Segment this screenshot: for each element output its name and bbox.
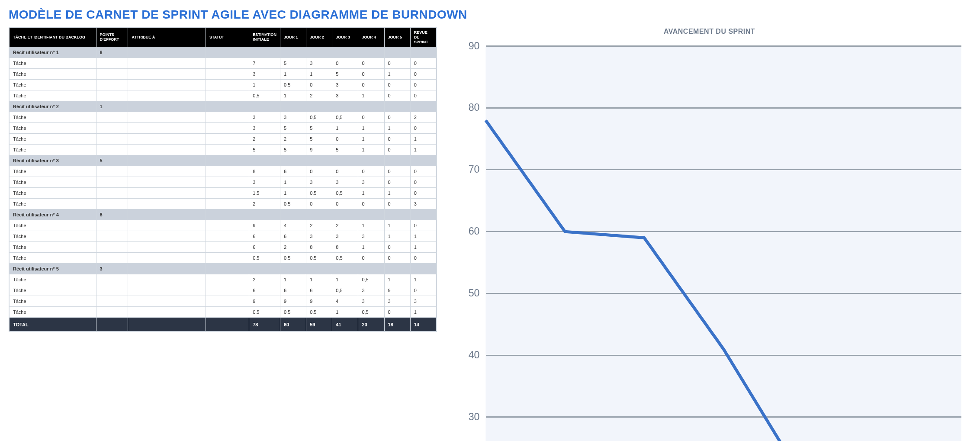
task-status [206, 145, 249, 155]
task-status [206, 69, 249, 80]
story-row: Récit utilisateur n° 18 [10, 47, 437, 58]
task-row: Tâche1,510,50,5110 [10, 188, 437, 199]
task-day4: 1 [358, 145, 384, 155]
task-row: Tâche10,503000 [10, 80, 437, 90]
task-day1: 5 [280, 58, 306, 69]
story-name: Récit utilisateur n° 1 [10, 47, 96, 58]
task-day5: 1 [384, 188, 410, 199]
task-review: 0 [410, 285, 436, 296]
task-row: Tâche7530000 [10, 58, 437, 69]
task-label: Tâche [10, 177, 96, 188]
task-row: Tâche21110,511 [10, 274, 437, 285]
svg-text:40: 40 [469, 349, 480, 361]
task-effort [96, 145, 128, 155]
task-day2: 8 [306, 242, 332, 253]
totals-day1: 60 [280, 318, 306, 332]
task-row: Tâche3115010 [10, 69, 437, 80]
task-assigned [128, 69, 206, 80]
task-day4: 0,5 [358, 307, 384, 318]
task-day4: 0 [358, 166, 384, 177]
task-estimate: 7 [249, 58, 280, 69]
task-label: Tâche [10, 242, 96, 253]
task-day4: 0 [358, 58, 384, 69]
task-day5: 1 [384, 274, 410, 285]
task-review: 0 [410, 90, 436, 101]
task-row: Tâche3551110 [10, 123, 437, 134]
task-day1: 6 [280, 231, 306, 242]
task-row: Tâche8600000 [10, 166, 437, 177]
task-effort [96, 274, 128, 285]
story-name: Récit utilisateur n° 2 [10, 101, 96, 112]
task-day1: 1 [280, 274, 306, 285]
task-day3: 1 [332, 307, 358, 318]
task-review: 0 [410, 58, 436, 69]
story-effort: 3 [96, 264, 128, 274]
task-day3: 5 [332, 69, 358, 80]
task-day1: 2 [280, 134, 306, 145]
task-estimate: 6 [249, 285, 280, 296]
svg-text:80: 80 [469, 102, 480, 113]
task-effort [96, 80, 128, 90]
task-label: Tâche [10, 188, 96, 199]
task-day4: 0 [358, 112, 384, 123]
task-estimate: 6 [249, 242, 280, 253]
task-estimate: 0,5 [249, 90, 280, 101]
task-day3: 0,5 [332, 253, 358, 264]
task-day5: 1 [384, 231, 410, 242]
task-day4: 3 [358, 231, 384, 242]
table-header-row: TÂCHE ET IDENTIFIANT DU BACKLOG POINTS D… [10, 28, 437, 47]
task-row: Tâche0,50,50,50,5000 [10, 253, 437, 264]
task-day3: 2 [332, 220, 358, 231]
task-day1: 9 [280, 296, 306, 307]
task-assigned [128, 307, 206, 318]
story-effort: 8 [96, 209, 128, 220]
task-day5: 0 [384, 134, 410, 145]
task-assigned [128, 145, 206, 155]
task-status [206, 123, 249, 134]
task-row: Tâche0,50,50,510,501 [10, 307, 437, 318]
story-row: Récit utilisateur n° 35 [10, 155, 437, 166]
task-day4: 3 [358, 177, 384, 188]
task-day2: 0,5 [306, 307, 332, 318]
task-label: Tâche [10, 231, 96, 242]
task-estimate: 3 [249, 123, 280, 134]
task-day2: 1 [306, 274, 332, 285]
col-day4: JOUR 4 [358, 28, 384, 47]
task-effort [96, 188, 128, 199]
task-day2: 0 [306, 80, 332, 90]
col-day2: JOUR 2 [306, 28, 332, 47]
task-status [206, 90, 249, 101]
page-title: MODÈLE DE CARNET DE SPRINT AGILE AVEC DI… [9, 8, 971, 22]
task-day2: 6 [306, 285, 332, 296]
task-effort [96, 199, 128, 209]
task-day3: 0 [332, 134, 358, 145]
task-assigned [128, 80, 206, 90]
story-name: Récit utilisateur n° 5 [10, 264, 96, 274]
task-day1: 1 [280, 177, 306, 188]
task-estimate: 9 [249, 296, 280, 307]
task-status [206, 285, 249, 296]
story-row: Récit utilisateur n° 53 [10, 264, 437, 274]
task-row: Tâche6288101 [10, 242, 437, 253]
task-effort [96, 242, 128, 253]
task-status [206, 80, 249, 90]
task-effort [96, 231, 128, 242]
task-review: 0 [410, 166, 436, 177]
task-label: Tâche [10, 58, 96, 69]
task-label: Tâche [10, 307, 96, 318]
task-day2: 0,5 [306, 253, 332, 264]
task-review: 3 [410, 296, 436, 307]
task-day4: 1 [358, 123, 384, 134]
task-day5: 9 [384, 285, 410, 296]
task-row: Tâche6660,5390 [10, 285, 437, 296]
story-row: Récit utilisateur n° 48 [10, 209, 437, 220]
task-day1: 3 [280, 112, 306, 123]
task-assigned [128, 90, 206, 101]
task-day1: 0,5 [280, 80, 306, 90]
task-day3: 0 [332, 166, 358, 177]
story-name: Récit utilisateur n° 4 [10, 209, 96, 220]
task-effort [96, 90, 128, 101]
col-effort: POINTS D'EFFORT [96, 28, 128, 47]
task-review: 0 [410, 188, 436, 199]
task-effort [96, 134, 128, 145]
